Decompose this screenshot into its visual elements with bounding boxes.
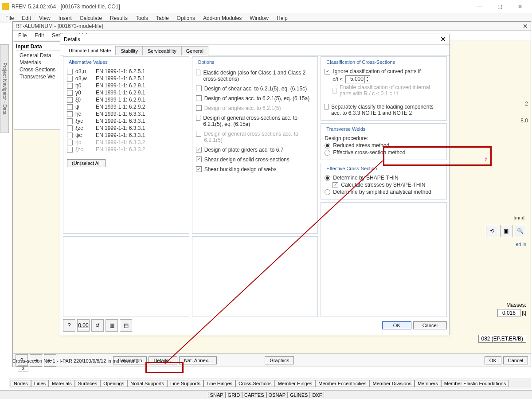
- load-profile-icon[interactable]: ▤: [120, 319, 132, 332]
- status-seg-3[interactable]: OSNAP: [266, 392, 288, 398]
- subwin-ok-button[interactable]: OK: [485, 356, 501, 364]
- menu-options[interactable]: Options: [173, 14, 199, 22]
- view-icon-1[interactable]: ⟲: [486, 225, 498, 237]
- chk-altval-0[interactable]: [67, 69, 73, 74]
- chk-altval-4[interactable]: [67, 97, 73, 103]
- graphics-button[interactable]: Graphics: [265, 356, 294, 364]
- status-seg-2[interactable]: CARTES: [242, 392, 266, 398]
- submenu-file[interactable]: File: [15, 31, 30, 39]
- status-seg-5[interactable]: DXF: [310, 392, 324, 398]
- bottom-tab-5[interactable]: Nodal Supports: [127, 380, 167, 387]
- chk-option-4[interactable]: [196, 115, 201, 121]
- menu-help[interactable]: Help: [273, 14, 291, 22]
- bottom-tab-10[interactable]: Member Eccentricities: [315, 380, 369, 387]
- details-button[interactable]: Details...: [149, 356, 177, 364]
- bottom-tab-6[interactable]: Line Supports: [167, 380, 203, 387]
- dialog-ok-button[interactable]: OK: [382, 321, 411, 329]
- tree-general-data[interactable]: General Data: [16, 52, 65, 59]
- menu-window[interactable]: Window: [246, 14, 272, 22]
- menu-view[interactable]: View: [35, 14, 54, 22]
- tree-cross-sections[interactable]: Cross-Sections: [16, 66, 65, 73]
- tree-transverse-welds[interactable]: Transverse We: [16, 73, 65, 80]
- menu-insert[interactable]: Insert: [55, 14, 75, 22]
- chk-option-8[interactable]: [196, 166, 202, 172]
- menu-tools[interactable]: Tools: [132, 14, 152, 22]
- nat-annex-button[interactable]: Nat. Annex...: [179, 356, 217, 364]
- menu-calculate[interactable]: Calculate: [76, 14, 106, 22]
- close-button[interactable]: ✕: [510, 0, 530, 13]
- chk-calc-stresses[interactable]: [332, 182, 338, 188]
- tab-ultimate-limit-state[interactable]: Ultimate Limit State: [64, 46, 116, 55]
- menu-addon[interactable]: Add-on Modules: [200, 14, 245, 22]
- ct-value-input[interactable]: 5.000 ▲▼: [345, 75, 370, 83]
- bottom-tab-3[interactable]: Surfaces: [75, 380, 100, 387]
- frag-eight: 8.0: [457, 117, 528, 124]
- chk-altval-3[interactable]: [67, 90, 73, 96]
- dialog-title: Details: [64, 36, 80, 43]
- bottom-tab-0[interactable]: Nodes: [11, 380, 31, 387]
- chk-altval-6[interactable]: [67, 111, 73, 117]
- save-profile-icon[interactable]: ▥: [106, 319, 118, 332]
- status-seg-0[interactable]: SNAP: [208, 392, 226, 398]
- view-icon-2[interactable]: ▣: [500, 225, 512, 237]
- chk-option-1[interactable]: [196, 86, 202, 91]
- dialog-cancel-button[interactable]: Cancel: [413, 321, 447, 329]
- radio-shape-thin[interactable]: [325, 175, 330, 181]
- menu-edit[interactable]: Edit: [18, 14, 35, 22]
- chk-altval-8[interactable]: [67, 125, 73, 131]
- ed-in-label: ed in: [516, 242, 526, 247]
- bottom-tab-9[interactable]: Member Hinges: [275, 380, 316, 387]
- view-icon-3[interactable]: 🔍: [514, 225, 526, 237]
- bottom-tab-8[interactable]: Cross-Sections: [235, 380, 275, 387]
- chk-option-2[interactable]: [196, 95, 202, 101]
- reset-icon[interactable]: ↺: [91, 319, 104, 332]
- bottom-tab-7[interactable]: Line Hinges: [203, 380, 235, 387]
- bottom-tab-13[interactable]: Member Elastic Foundations: [441, 380, 509, 387]
- units-icon[interactable]: 0.00: [77, 319, 90, 332]
- chk-altval-5[interactable]: [67, 104, 73, 110]
- radio-reduced-stress[interactable]: [325, 143, 330, 149]
- unselect-all-button[interactable]: (Un)select All: [67, 159, 106, 167]
- menu-results[interactable]: Results: [106, 14, 131, 22]
- bottom-tab-2[interactable]: Materials: [49, 380, 75, 387]
- chk-option-6[interactable]: [196, 147, 202, 153]
- app-titlebar: RFEM 5.24.02 x64 - [001673-model-file, C…: [0, 0, 532, 13]
- chk-ignore-curved[interactable]: [325, 69, 330, 74]
- status-seg-4[interactable]: GLINES: [288, 392, 310, 398]
- lbl-option-1: Design of shear acc. to 6.2.1(5), eq. (6…: [204, 86, 307, 92]
- chk-separately-classify[interactable]: [325, 104, 329, 110]
- dialog-close-icon[interactable]: ✕: [440, 35, 446, 43]
- radio-effective-cs[interactable]: [325, 150, 330, 156]
- chk-altval-1[interactable]: [67, 76, 73, 82]
- sym-altval-1: α3,w: [75, 75, 93, 82]
- chk-altval-2[interactable]: [67, 83, 73, 89]
- menu-file[interactable]: File: [2, 14, 17, 22]
- project-navigator-tab[interactable]: Project Navigator - Data: [0, 44, 9, 133]
- chk-altval-9[interactable]: [67, 133, 73, 138]
- chk-option-0[interactable]: [196, 70, 201, 75]
- radio-simplified[interactable]: [325, 189, 330, 195]
- subwin-cancel-button[interactable]: Cancel: [503, 356, 528, 364]
- submenu-edit[interactable]: Edit: [31, 31, 47, 39]
- minimize-button[interactable]: —: [469, 0, 489, 13]
- group-empty-1: [63, 236, 189, 317]
- help-icon-dialog[interactable]: ?: [63, 319, 75, 332]
- maximize-button[interactable]: ▢: [489, 0, 510, 13]
- bottom-tab-1[interactable]: Lines: [31, 380, 49, 387]
- bottom-tab-12[interactable]: Members: [415, 380, 441, 387]
- bottom-tab-4[interactable]: Openings: [100, 380, 127, 387]
- tab-serviceability[interactable]: Serviceability: [143, 46, 181, 55]
- chk-altval-7[interactable]: [67, 118, 73, 124]
- bottom-tab-11[interactable]: Member Divisions: [369, 380, 414, 387]
- tab-general[interactable]: General: [181, 46, 208, 55]
- tab-stability[interactable]: Stability: [116, 46, 143, 55]
- chk-option-7[interactable]: [196, 156, 202, 162]
- col-options: Options Elastic design (also for Class 1…: [192, 56, 318, 317]
- status-seg-1[interactable]: GRID: [226, 392, 243, 398]
- menu-table[interactable]: Table: [153, 14, 172, 22]
- group-title-welds: Transverse Welds: [325, 126, 367, 132]
- tree-materials[interactable]: Materials: [16, 59, 65, 66]
- subwindow-close-icon[interactable]: ✕: [523, 23, 528, 30]
- group-title-options: Options: [196, 59, 216, 65]
- app-icon: [2, 3, 9, 10]
